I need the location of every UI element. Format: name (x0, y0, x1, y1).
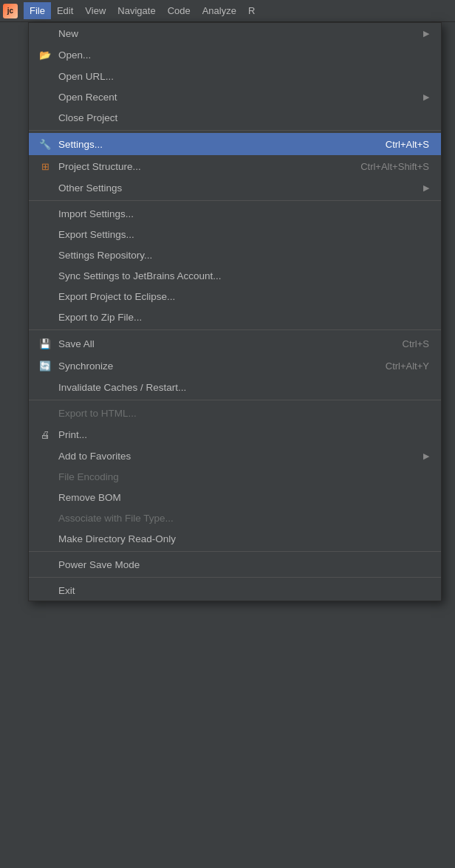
menu-item-print-label: Print... (58, 429, 429, 440)
divider-2 (29, 200, 441, 201)
wrench-icon: 🔧 (38, 137, 52, 151)
menu-item-close-project[interactable]: Close Project (29, 107, 441, 128)
menu-item-project-structure[interactable]: ⊞ Project Structure... Ctrl+Alt+Shift+S (29, 155, 441, 177)
menu-item-exit[interactable]: Exit (29, 580, 441, 601)
menu-bar: jc File Edit View Navigate Code Analyze … (0, 0, 455, 22)
arrow-icon: ▶ (423, 92, 429, 102)
menu-bar-r[interactable]: R (242, 2, 261, 19)
divider-6 (29, 577, 441, 578)
ide-icon: jc (3, 4, 18, 18)
menu-bar-navigate[interactable]: Navigate (112, 2, 161, 19)
menu-item-file-encoding[interactable]: File Encoding (29, 466, 441, 487)
menu-item-synchronize[interactable]: 🔄 Synchronize Ctrl+Alt+Y (29, 355, 441, 377)
menu-item-file-encoding-label: File Encoding (58, 471, 429, 482)
menu-item-project-structure-label: Project Structure... (58, 161, 331, 172)
save-all-shortcut: Ctrl+S (403, 338, 429, 349)
menu-item-close-project-label: Close Project (58, 112, 429, 123)
menu-item-export-zip-label: Export to Zip File... (58, 312, 429, 323)
menu-item-export-eclipse-label: Export Project to Eclipse... (58, 291, 429, 302)
menu-item-associate-file-type[interactable]: Associate with File Type... (29, 508, 441, 528)
menu-item-open[interactable]: Open... (29, 44, 441, 66)
menu-item-remove-bom-label: Remove BOM (58, 492, 429, 503)
project-structure-shortcut: Ctrl+Alt+Shift+S (360, 161, 429, 172)
project-structure-icon: ⊞ (38, 159, 52, 174)
divider-3 (29, 329, 441, 330)
menu-item-make-readonly[interactable]: Make Directory Read-Only (29, 528, 441, 549)
settings-shortcut: Ctrl+Alt+S (386, 139, 429, 150)
menu-item-add-favorites[interactable]: Add to Favorites ▶ (29, 445, 441, 466)
menu-bar-code[interactable]: Code (162, 2, 196, 19)
menu-item-power-save[interactable]: Power Save Mode (29, 554, 441, 575)
menu-item-print[interactable]: 🖨 Print... (29, 423, 441, 445)
menu-item-sync-settings[interactable]: Sync Settings to JetBrains Account... (29, 265, 441, 286)
menu-item-settings-repository-label: Settings Repository... (58, 250, 429, 261)
arrow-icon: ▶ (423, 451, 429, 461)
menu-item-sync-settings-label: Sync Settings to JetBrains Account... (58, 270, 429, 281)
menu-item-import-settings-label: Import Settings... (58, 208, 429, 219)
menu-item-power-save-label: Power Save Mode (58, 559, 429, 570)
menu-item-new[interactable]: New ▶ (29, 23, 441, 44)
menu-item-settings-repository[interactable]: Settings Repository... (29, 245, 441, 265)
menu-bar-view[interactable]: View (79, 2, 112, 19)
menu-item-export-html-label: Export to HTML... (58, 408, 429, 419)
open-icon (38, 47, 52, 62)
menu-item-add-favorites-label: Add to Favorites (58, 451, 423, 462)
synchronize-shortcut: Ctrl+Alt+Y (386, 360, 429, 372)
sync-icon: 🔄 (38, 358, 52, 373)
file-dropdown-menu: New ▶ Open... Open URL... Open Recent ▶ … (28, 22, 442, 601)
menu-item-exit-label: Exit (58, 585, 429, 596)
save-icon: 💾 (38, 336, 52, 351)
menu-item-export-settings-label: Export Settings... (58, 229, 429, 240)
menu-item-open-url[interactable]: Open URL... (29, 66, 441, 86)
print-icon: 🖨 (38, 427, 52, 442)
menu-item-export-html[interactable]: Export to HTML... (29, 403, 441, 423)
menu-bar-analyze[interactable]: Analyze (196, 2, 242, 19)
menu-item-settings[interactable]: 🔧 Settings... Ctrl+Alt+S (29, 133, 441, 155)
menu-item-settings-label: Settings... (58, 139, 356, 150)
menu-item-remove-bom[interactable]: Remove BOM (29, 487, 441, 508)
divider-4 (29, 400, 441, 400)
menu-item-new-label: New (58, 28, 423, 39)
menu-item-invalidate-caches-label: Invalidate Caches / Restart... (58, 382, 429, 393)
divider-5 (29, 551, 441, 552)
menu-bar-edit[interactable]: Edit (51, 2, 79, 19)
arrow-icon: ▶ (423, 183, 429, 193)
menu-item-save-all[interactable]: 💾 Save All Ctrl+S (29, 332, 441, 355)
divider-1 (29, 130, 441, 131)
menu-item-export-eclipse[interactable]: Export Project to Eclipse... (29, 286, 441, 307)
menu-bar-file[interactable]: File (24, 2, 51, 19)
menu-item-other-settings[interactable]: Other Settings ▶ (29, 177, 441, 198)
menu-item-invalidate-caches[interactable]: Invalidate Caches / Restart... (29, 377, 441, 397)
arrow-icon: ▶ (423, 29, 429, 38)
menu-item-export-settings[interactable]: Export Settings... (29, 224, 441, 245)
menu-item-export-zip[interactable]: Export to Zip File... (29, 307, 441, 327)
menu-item-open-url-label: Open URL... (58, 71, 429, 82)
menu-item-other-settings-label: Other Settings (58, 182, 423, 194)
menu-item-import-settings[interactable]: Import Settings... (29, 203, 441, 224)
menu-item-open-recent-label: Open Recent (58, 92, 423, 103)
menu-item-synchronize-label: Synchronize (58, 360, 356, 372)
menu-item-save-all-label: Save All (58, 338, 373, 349)
menu-item-make-readonly-label: Make Directory Read-Only (58, 533, 429, 544)
menu-item-associate-file-type-label: Associate with File Type... (58, 513, 429, 524)
menu-item-open-recent[interactable]: Open Recent ▶ (29, 86, 441, 107)
menu-item-open-label: Open... (58, 49, 429, 61)
